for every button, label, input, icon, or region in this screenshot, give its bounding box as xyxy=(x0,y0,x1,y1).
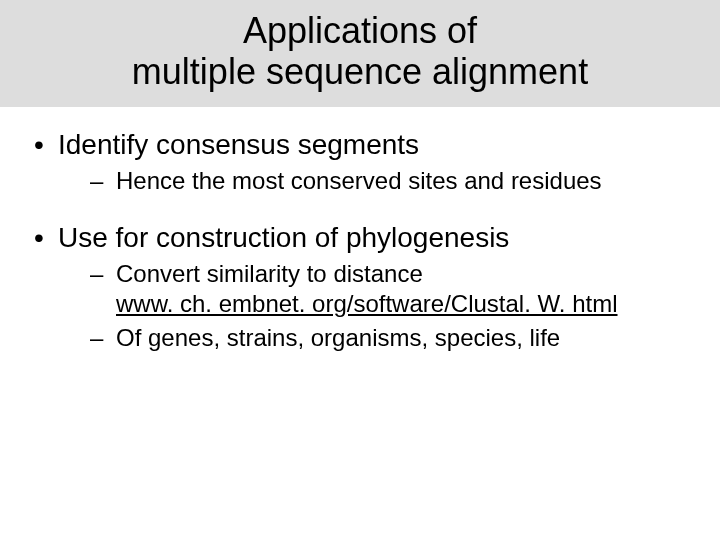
bullet-list: Identify consensus segments Hence the mo… xyxy=(30,127,690,353)
hyperlink[interactable]: www. ch. embnet. org/software/Clustal. W… xyxy=(116,290,618,317)
bullet-item: Identify consensus segments Hence the mo… xyxy=(30,127,690,196)
title-line-2: multiple sequence alignment xyxy=(132,51,588,92)
sub-bullet-text: Hence the most conserved sites and resid… xyxy=(116,167,602,194)
sub-bullet-text: Of genes, strains, organisms, species, l… xyxy=(116,324,560,351)
sub-bullet-item: Of genes, strains, organisms, species, l… xyxy=(58,323,690,353)
slide-body: Identify consensus segments Hence the mo… xyxy=(0,107,720,353)
sub-bullet-list: Convert similarity to distance www. ch. … xyxy=(58,259,690,353)
slide: Applications of multiple sequence alignm… xyxy=(0,0,720,540)
sub-bullet-text: Convert similarity to distance xyxy=(116,260,423,287)
bullet-text: Use for construction of phylogenesis xyxy=(58,222,509,253)
sub-bullet-item: Hence the most conserved sites and resid… xyxy=(58,166,690,196)
title-band: Applications of multiple sequence alignm… xyxy=(0,0,720,107)
slide-title: Applications of multiple sequence alignm… xyxy=(20,10,700,93)
title-line-1: Applications of xyxy=(243,10,477,51)
bullet-text: Identify consensus segments xyxy=(58,129,419,160)
sub-bullet-item: Convert similarity to distance www. ch. … xyxy=(58,259,690,319)
bullet-item: Use for construction of phylogenesis Con… xyxy=(30,220,690,353)
sub-bullet-list: Hence the most conserved sites and resid… xyxy=(58,166,690,196)
